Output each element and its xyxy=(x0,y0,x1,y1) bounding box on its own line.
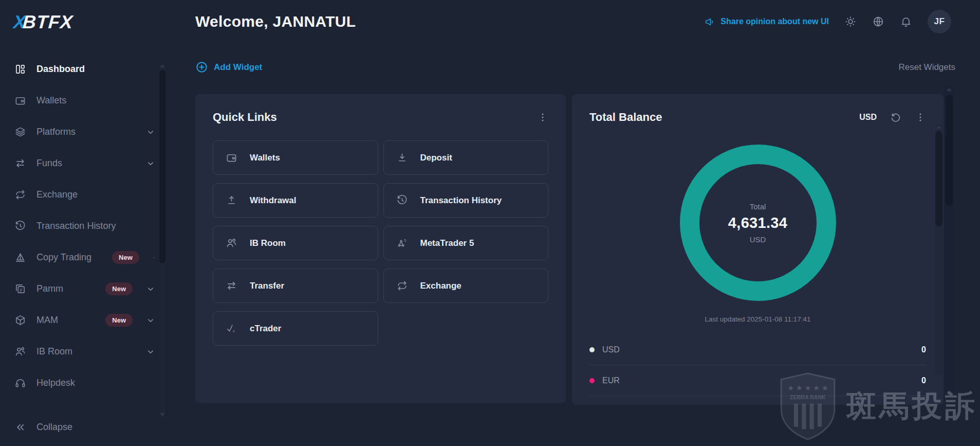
sidebar-item-funds[interactable]: Funds xyxy=(0,148,170,179)
chevron-down-icon xyxy=(153,253,155,262)
users-icon xyxy=(14,346,26,358)
quick-link-label: MetaTrader 5 xyxy=(420,238,474,248)
share-opinion-link[interactable]: Share opinion about new UI xyxy=(705,16,829,27)
balance-row-usd: USD 0 xyxy=(589,334,926,365)
metatrader5-icon: 5 xyxy=(396,237,408,249)
eur-dot xyxy=(589,378,595,383)
svg-text:c: c xyxy=(233,329,235,333)
scroll-up-arrow[interactable] xyxy=(160,64,165,67)
prism-icon xyxy=(14,252,26,263)
sidebar-item-label: Funds xyxy=(36,158,62,169)
widgets-scrollbar-thumb[interactable] xyxy=(946,95,953,206)
currency-selector[interactable]: USD xyxy=(859,113,877,122)
sidebar-item-label: Pamm xyxy=(36,283,63,294)
sidebar-item-exchange[interactable]: Exchange xyxy=(0,179,170,210)
chevrons-left-icon xyxy=(14,421,26,433)
sidebar-item-transaction-history[interactable]: Transaction History xyxy=(0,210,170,242)
total-balance-title: Total Balance xyxy=(589,111,662,124)
add-widget-label: Add Widget xyxy=(214,62,262,73)
kebab-menu-icon[interactable] xyxy=(537,112,548,123)
collapse-label: Collapse xyxy=(36,422,72,433)
wallet-icon xyxy=(226,152,237,164)
scroll-down-arrow[interactable] xyxy=(160,413,165,416)
chevron-down-icon xyxy=(146,347,155,356)
theme-toggle-sun-icon[interactable] xyxy=(844,15,857,28)
quick-link-exchange[interactable]: Exchange xyxy=(383,269,549,303)
brand-logo: XBTFX xyxy=(13,11,171,33)
sidebar-collapse-button[interactable]: Collapse xyxy=(0,412,170,443)
sidebar-item-platforms[interactable]: Platforms xyxy=(0,116,170,148)
quick-link-metatrader5[interactable]: 5 MetaTrader 5 xyxy=(383,226,549,260)
sidebar-item-label: Platforms xyxy=(36,127,76,137)
language-globe-icon[interactable] xyxy=(872,15,884,28)
notifications-bell-icon[interactable] xyxy=(900,15,912,28)
app-root: XBTFX Dashboard Wallets Platforms Funds xyxy=(0,0,980,446)
svg-text:5: 5 xyxy=(404,238,406,243)
sidebar-item-copy-trading[interactable]: Copy Trading New xyxy=(0,242,170,273)
sidebar-scrollbar[interactable] xyxy=(159,63,165,418)
arrows-lr-icon xyxy=(226,280,237,292)
quick-link-label: Withdrawal xyxy=(250,195,297,206)
layers-icon xyxy=(14,126,26,138)
exchange-loop-icon xyxy=(396,280,408,292)
scroll-up-arrow[interactable] xyxy=(936,126,941,129)
scroll-up-arrow[interactable] xyxy=(947,88,952,91)
donut-center-currency: USD xyxy=(750,235,766,244)
balance-row-label: EUR xyxy=(602,376,620,385)
new-badge: New xyxy=(105,314,133,327)
plus-circle-icon xyxy=(195,61,208,74)
main-area: Welcome, JANNATUL Share opinion about ne… xyxy=(170,0,980,446)
sidebar-item-label: Helpdesk xyxy=(36,378,75,388)
quick-link-transfer[interactable]: Transfer xyxy=(213,269,378,303)
top-header: Welcome, JANNATUL Share opinion about ne… xyxy=(170,0,980,43)
quick-link-transaction-history[interactable]: Transaction History xyxy=(383,183,549,218)
header-actions: Share opinion about new UI JF xyxy=(705,10,951,33)
balance-rows: USD 0 EUR 0 xyxy=(589,334,926,396)
quick-link-deposit[interactable]: Deposit xyxy=(383,140,549,175)
quick-link-withdrawal[interactable]: Withdrawal xyxy=(213,183,378,218)
history-icon xyxy=(396,194,408,206)
quick-link-ctrader[interactable]: c cTrader xyxy=(213,311,378,346)
sidebar-nav: Dashboard Wallets Platforms Funds Ex xyxy=(0,53,170,446)
balance-row-value: 0 xyxy=(921,345,926,354)
ctrader-icon: c xyxy=(226,323,237,334)
cube-icon xyxy=(14,314,26,326)
add-widget-button[interactable]: Add Widget xyxy=(195,61,262,74)
share-opinion-label: Share opinion about new UI xyxy=(720,17,829,26)
megaphone-icon xyxy=(705,16,715,27)
arrows-lr-icon xyxy=(14,157,26,169)
quick-link-ib-room[interactable]: IB Room xyxy=(213,226,378,260)
quick-link-label: IB Room xyxy=(250,238,286,248)
download-icon xyxy=(396,152,408,164)
widgets-scrollbar[interactable] xyxy=(945,86,954,391)
sidebar-item-pamm[interactable]: p Pamm New xyxy=(0,273,170,305)
kebab-menu-icon[interactable] xyxy=(915,112,926,123)
sidebar-item-label: Exchange xyxy=(36,189,78,200)
exchange-loop-icon xyxy=(14,189,26,201)
reset-widgets-button[interactable]: Reset Widgets xyxy=(898,62,955,73)
quick-links-title: Quick Links xyxy=(213,111,277,124)
brand-logo-text: BTFX xyxy=(22,11,74,32)
sidebar-item-wallets[interactable]: Wallets xyxy=(0,85,170,116)
users-icon xyxy=(226,237,237,249)
card-scrollbar-thumb[interactable] xyxy=(935,131,942,226)
card-scrollbar[interactable] xyxy=(935,124,942,376)
widgets-toolbar: Add Widget Reset Widgets xyxy=(195,61,980,74)
upload-icon xyxy=(226,194,237,206)
refresh-icon[interactable] xyxy=(890,112,901,123)
sidebar-item-helpdesk[interactable]: Helpdesk xyxy=(0,367,170,399)
sidebar-item-label: Wallets xyxy=(36,95,66,106)
sidebar-scrollbar-thumb[interactable] xyxy=(159,70,165,263)
quick-link-label: Transfer xyxy=(250,281,284,291)
quick-link-label: Exchange xyxy=(420,281,461,291)
quick-link-label: Transaction History xyxy=(420,195,502,206)
sidebar-item-dashboard[interactable]: Dashboard xyxy=(0,53,170,85)
user-avatar[interactable]: JF xyxy=(928,10,951,33)
wallet-icon xyxy=(14,95,26,106)
new-badge: New xyxy=(105,282,133,295)
usd-dot xyxy=(589,347,595,352)
sidebar-item-ib-room[interactable]: IB Room xyxy=(0,336,170,367)
sidebar-item-mam[interactable]: MAM New xyxy=(0,305,170,336)
balance-row-label: USD xyxy=(602,345,620,354)
quick-link-wallets[interactable]: Wallets xyxy=(213,140,378,175)
